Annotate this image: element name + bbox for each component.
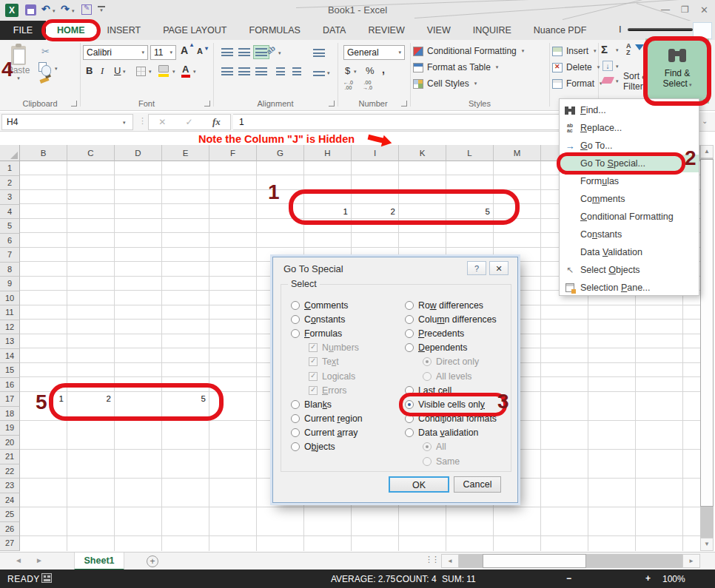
autosum-caret-icon[interactable]: ▾	[616, 47, 619, 53]
zoom-in-button[interactable]: +	[645, 573, 651, 584]
currency-button[interactable]: $	[345, 65, 350, 76]
delete-cells-button[interactable]: Delete	[552, 62, 600, 72]
menu-item-find[interactable]: Find...	[560, 101, 699, 119]
fill-caret-icon[interactable]: ▾	[616, 64, 619, 70]
font-name-combo[interactable]: Calibri▾	[83, 45, 148, 60]
font-color-caret-icon[interactable]: ▾	[193, 69, 196, 75]
row-header-26[interactable]: 26	[0, 522, 20, 537]
middle-align-button[interactable]	[236, 45, 252, 59]
menu-item-go-to[interactable]: →Go To...	[560, 137, 699, 155]
fill-color-icon[interactable]	[158, 65, 169, 72]
macro-record-icon[interactable]	[41, 573, 52, 583]
insert-cells-button[interactable]: Insert	[552, 46, 597, 56]
sort-filter-button[interactable]: Sort &Filter	[623, 71, 648, 92]
column-header-C[interactable]: C	[67, 145, 115, 161]
paste-button[interactable]: Paste ▾	[4, 44, 33, 93]
radio-data-validation[interactable]	[405, 428, 414, 437]
column-header-K[interactable]: K	[399, 145, 446, 161]
grow-font-icon[interactable]: A	[181, 44, 188, 56]
column-header-G[interactable]: G	[257, 145, 304, 161]
menu-item-go-to-special[interactable]: Go To Special...	[560, 155, 699, 172]
option-current-array[interactable]: Current array	[291, 426, 363, 440]
autosum-button[interactable]: Σ	[601, 43, 608, 55]
decrease-decimal-button[interactable]: .00 →.0	[363, 80, 372, 90]
collapse-ribbon-icon[interactable]: ⌃	[701, 98, 708, 107]
row-header-11[interactable]: 11	[0, 305, 20, 320]
merge-center-caret-icon[interactable]: ▾	[327, 70, 330, 76]
next-sheet-icon[interactable]: ►	[36, 556, 43, 564]
horizontal-scroll-thumb[interactable]	[483, 554, 586, 568]
menu-item-conditional-formatting[interactable]: Conditional Formatting	[560, 208, 699, 226]
sheet-tab-sheet1[interactable]: Sheet1	[74, 552, 124, 570]
row-header-5[interactable]: 5	[0, 219, 20, 234]
name-box[interactable]	[1, 114, 133, 130]
scroll-down-icon[interactable]: ▼	[700, 538, 714, 551]
clipboard-dialog-launcher-icon[interactable]	[71, 101, 77, 107]
option-column-differences[interactable]: Column differences	[405, 312, 497, 326]
radio-conditional-formats[interactable]	[405, 414, 414, 423]
row-header-14[interactable]: 14	[0, 349, 20, 364]
font-size-combo[interactable]: 11▾	[150, 45, 176, 60]
dialog-help-button[interactable]: ?	[467, 261, 486, 275]
menu-item-selection-pane[interactable]: Selection Pane...	[560, 279, 699, 297]
column-header-L[interactable]: L	[446, 145, 494, 161]
cell-L4[interactable]: 5	[446, 205, 494, 220]
currency-caret-icon[interactable]: ▾	[354, 69, 357, 75]
tab-view[interactable]: VIEW	[416, 21, 462, 40]
row-header-8[interactable]: 8	[0, 263, 20, 277]
menu-item-select-objects[interactable]: ↖Select Objects	[560, 261, 699, 279]
tab-review[interactable]: REVIEW	[357, 21, 415, 40]
tab-data[interactable]: DATA	[312, 21, 357, 40]
option-dependents[interactable]: Dependents	[405, 341, 497, 355]
decrease-indent-button[interactable]	[272, 64, 289, 78]
scroll-left-icon[interactable]: ◄	[441, 554, 459, 568]
minimize-button[interactable]: —	[661, 4, 670, 15]
option-comments[interactable]: Comments	[291, 298, 363, 312]
wrap-text-button[interactable]	[311, 46, 327, 60]
center-button[interactable]	[236, 64, 252, 78]
radio-last-cell[interactable]	[405, 386, 414, 395]
font-dialog-launcher-icon[interactable]	[204, 101, 210, 107]
borders-caret-icon[interactable]: ▾	[149, 69, 152, 75]
restore-button[interactable]: ❐	[681, 4, 689, 15]
horizontal-scrollbar[interactable]: ◄ ►	[441, 554, 700, 568]
menu-item-replace[interactable]: ab acReplace...	[560, 119, 699, 137]
formula-bar-handle[interactable]: ⋮	[138, 116, 147, 126]
borders-icon[interactable]	[136, 67, 146, 76]
shrink-font-icon[interactable]: A	[197, 47, 203, 55]
increase-decimal-button[interactable]: ←.0 .00	[343, 80, 353, 90]
cancel-button[interactable]: Cancel	[454, 476, 501, 493]
option-constants[interactable]: Constants	[291, 312, 363, 326]
row-header-12[interactable]: 12	[0, 320, 20, 335]
number-format-combo[interactable]: General▾	[343, 45, 405, 60]
expand-formula-bar-icon[interactable]: ⌄	[702, 117, 708, 125]
close-button[interactable]: ✕	[700, 4, 708, 16]
prev-sheet-icon[interactable]: ◄	[15, 556, 22, 564]
percent-button[interactable]: %	[366, 65, 375, 76]
name-box-caret-icon[interactable]: ▾	[123, 120, 126, 126]
format-cells-button[interactable]: Format	[552, 78, 602, 89]
clear-caret-icon[interactable]: ▾	[616, 78, 619, 84]
find-select-button[interactable]: Find & Select	[645, 38, 709, 104]
row-header-9[interactable]: 9	[0, 277, 20, 291]
tab-splitter-handle[interactable]: ⋮⋮	[425, 555, 438, 564]
row-header-18[interactable]: 18	[0, 407, 20, 422]
radio-dependents[interactable]	[405, 343, 414, 352]
row-header-23[interactable]: 23	[0, 479, 20, 493]
cell-styles-button[interactable]: Cell Styles	[413, 78, 477, 89]
row-header-22[interactable]: 22	[0, 464, 20, 479]
row-header-20[interactable]: 20	[0, 436, 20, 450]
zoom-out-button[interactable]: −	[566, 573, 571, 584]
top-align-button[interactable]	[219, 45, 235, 59]
column-header-M[interactable]: M	[494, 145, 541, 161]
option-blanks[interactable]: Blanks	[291, 397, 363, 411]
copy-button[interactable]	[38, 62, 47, 72]
tab-file[interactable]: FILE	[0, 21, 46, 40]
radio-objects[interactable]	[291, 442, 300, 451]
menu-item-comments[interactable]: Comments	[560, 190, 699, 208]
column-header-D[interactable]: D	[115, 145, 162, 161]
radio-row-differences[interactable]	[405, 301, 414, 310]
radio-constants[interactable]	[291, 315, 300, 324]
cell-H4[interactable]: 1	[304, 205, 352, 220]
radio-current-array[interactable]	[291, 428, 300, 437]
